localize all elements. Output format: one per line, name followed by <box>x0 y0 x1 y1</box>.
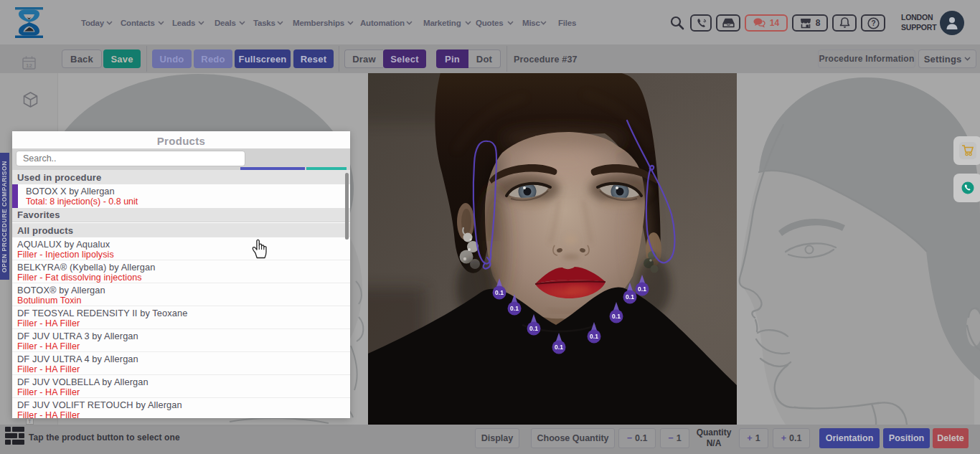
svg-text:0.1: 0.1 <box>495 289 504 296</box>
svg-text:0.1: 0.1 <box>590 333 598 340</box>
svg-text:0.1: 0.1 <box>555 344 563 351</box>
svg-text:12: 12 <box>26 62 32 69</box>
svg-text:0.1: 0.1 <box>612 313 621 320</box>
svg-text:0.1: 0.1 <box>626 293 634 301</box>
svg-text:0.1: 0.1 <box>638 285 646 293</box>
svg-text:0.1: 0.1 <box>529 325 538 332</box>
svg-text:0.1: 0.1 <box>510 305 519 312</box>
